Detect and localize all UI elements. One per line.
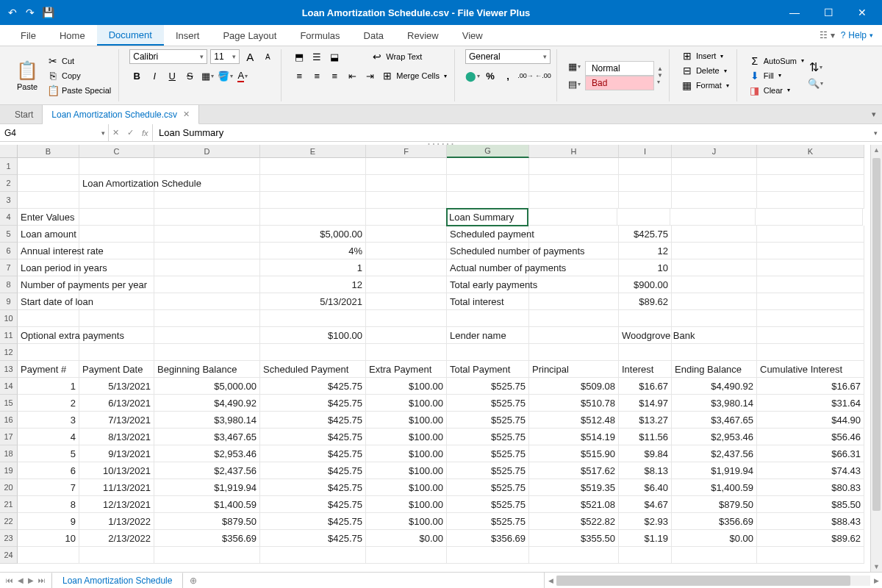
cell[interactable] (447, 547, 529, 564)
number-format-combo[interactable]: General▾ (465, 49, 551, 64)
cell[interactable]: Scheduled payment (447, 226, 529, 243)
cell[interactable]: $16.67 (757, 378, 864, 395)
cell[interactable]: $525.75 (447, 395, 529, 412)
row-header[interactable]: 1 (0, 158, 18, 175)
cell[interactable]: 3 (18, 412, 79, 429)
cell[interactable]: $14.97 (619, 395, 672, 412)
cell[interactable] (619, 547, 672, 564)
style-normal[interactable]: Normal (585, 61, 654, 76)
redo-icon[interactable]: ↷ (24, 6, 37, 19)
font-color-button[interactable]: A (235, 68, 250, 83)
cell[interactable] (260, 192, 366, 209)
insert-cells-button[interactable]: ⊞Insert▾ (680, 49, 731, 62)
cell[interactable] (529, 192, 619, 209)
style-bad[interactable]: Bad (585, 76, 654, 90)
cell[interactable] (154, 192, 260, 209)
cell[interactable]: $425.75 (619, 226, 672, 243)
cell[interactable] (366, 276, 447, 293)
column-header[interactable]: E (260, 145, 366, 158)
column-header[interactable]: I (619, 145, 672, 158)
cell[interactable] (154, 243, 260, 259)
cell[interactable]: $5,000.00 (154, 378, 260, 395)
select-all-corner[interactable] (0, 145, 18, 158)
add-sheet-button[interactable]: ⊕ (183, 573, 204, 588)
decrease-decimal-icon[interactable]: ←.00 (536, 68, 551, 83)
cell[interactable] (672, 344, 757, 361)
cell[interactable] (260, 158, 366, 175)
cell[interactable]: $100.00 (366, 445, 447, 462)
cell[interactable] (619, 175, 672, 192)
cell[interactable]: 8 (18, 496, 79, 513)
cell[interactable]: 10 (619, 259, 672, 276)
cell[interactable] (529, 175, 619, 192)
cell[interactable]: Total Payment (447, 361, 529, 378)
cell[interactable]: $525.75 (447, 479, 529, 496)
cell[interactable]: $425.75 (260, 462, 366, 479)
cell[interactable]: $89.62 (619, 293, 672, 310)
cell[interactable] (757, 547, 864, 564)
cell[interactable]: Actual number of payments (447, 259, 529, 276)
doctab-start[interactable]: Start (6, 105, 43, 123)
cell[interactable] (529, 243, 619, 259)
increase-indent-icon[interactable]: ⇥ (362, 68, 377, 83)
cell[interactable]: $515.90 (529, 445, 619, 462)
cell[interactable]: 12 (619, 243, 672, 259)
cell[interactable] (154, 310, 260, 327)
cell[interactable]: $525.75 (447, 445, 529, 462)
cell[interactable] (447, 175, 529, 192)
cell[interactable] (529, 259, 619, 276)
cell[interactable] (154, 226, 260, 243)
column-header[interactable]: B (18, 145, 79, 158)
cell[interactable]: $31.64 (757, 395, 864, 412)
cell[interactable] (18, 547, 79, 564)
sheet-nav-first[interactable]: ⏮ (6, 576, 13, 584)
cell[interactable]: 4% (260, 243, 366, 259)
accept-formula-icon[interactable]: ✓ (127, 128, 134, 137)
cell[interactable]: Extra Payment (366, 361, 447, 378)
expand-formula-icon[interactable]: ▾ (874, 129, 878, 137)
row-header[interactable]: 16 (0, 412, 18, 429)
percent-button[interactable]: % (483, 68, 498, 83)
cell[interactable]: $11.56 (619, 429, 672, 445)
cell[interactable]: $100.00 (366, 479, 447, 496)
cell[interactable] (79, 293, 154, 310)
cell[interactable]: $80.83 (757, 479, 864, 496)
cell[interactable]: $100.00 (366, 395, 447, 412)
cell[interactable] (18, 158, 79, 175)
cell[interactable] (260, 547, 366, 564)
cell[interactable]: $4,490.92 (154, 395, 260, 412)
cell[interactable]: Beginning Balance (154, 361, 260, 378)
menu-document[interactable]: Document (97, 25, 164, 46)
menu-file[interactable]: File (9, 25, 48, 46)
menu-formulas[interactable]: Formulas (288, 25, 351, 46)
cell[interactable] (18, 192, 79, 209)
cell[interactable] (529, 226, 619, 243)
cell[interactable]: 5 (18, 445, 79, 462)
cell[interactable] (757, 259, 864, 276)
help-button[interactable]: ?Help▾ (841, 30, 873, 40)
cell[interactable]: $514.19 (529, 429, 619, 445)
cell[interactable]: $525.75 (447, 378, 529, 395)
row-header[interactable]: 3 (0, 192, 18, 209)
align-left-icon[interactable]: ≡ (292, 68, 306, 83)
format-table-button[interactable]: ▤ (567, 77, 582, 92)
cell[interactable]: 5/13/2021 (79, 378, 154, 395)
ribbon-mode-icon[interactable]: ☷ ▾ (820, 30, 834, 40)
row-header[interactable]: 6 (0, 243, 18, 259)
cell[interactable]: 7/13/2021 (79, 412, 154, 429)
cell[interactable]: $4.67 (619, 496, 672, 513)
cell[interactable]: $100.00 (260, 327, 366, 344)
cell[interactable]: $1,400.59 (672, 479, 757, 496)
cell[interactable]: Enter Values (18, 209, 79, 226)
cell[interactable]: $525.75 (447, 496, 529, 513)
cell[interactable]: $1,400.59 (154, 496, 260, 513)
cell[interactable]: $355.50 (529, 530, 619, 547)
cell[interactable]: $512.48 (529, 412, 619, 429)
cell[interactable] (672, 327, 757, 344)
row-header[interactable]: 21 (0, 496, 18, 513)
cell[interactable] (672, 547, 757, 564)
cell[interactable] (366, 293, 447, 310)
horizontal-scrollbar[interactable]: ◀ ▶ (544, 573, 882, 588)
minimize-button[interactable]: — (778, 0, 811, 25)
cell[interactable]: $100.00 (366, 513, 447, 530)
